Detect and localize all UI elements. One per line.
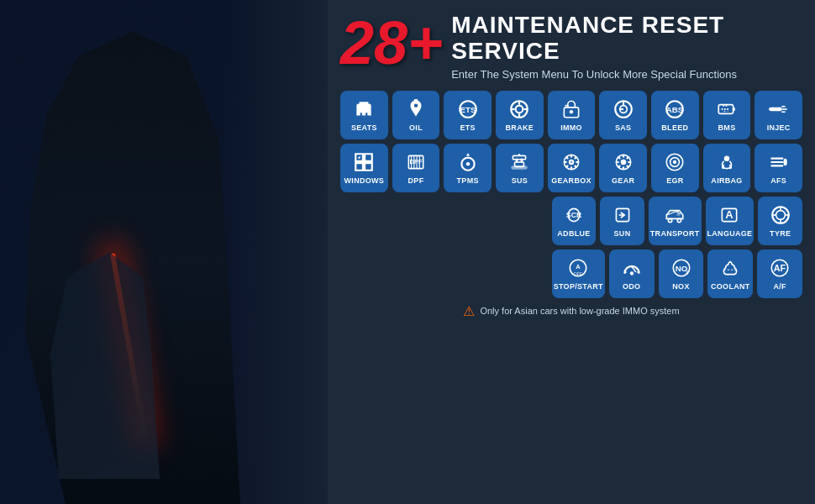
stopstart-icon: AOFF	[566, 256, 590, 280]
icon-seats[interactable]: SEATS	[340, 91, 388, 139]
svg-line-30	[359, 157, 360, 159]
icon-language[interactable]: A LANGUAGE	[706, 197, 755, 245]
icon-airbag[interactable]: AIRBAG	[703, 144, 751, 192]
injec-icon	[767, 97, 791, 121]
icon-dpf[interactable]: DPF DPF	[392, 144, 440, 192]
icon-sus[interactable]: SUS	[496, 144, 544, 192]
sus-label: SUS	[512, 176, 528, 185]
sun-icon	[611, 203, 634, 227]
svg-rect-0	[414, 99, 418, 102]
main-panel: 28+ MAINTENANCE RESET SERVICE Enter The …	[328, 0, 815, 504]
notice-text: Only for Asian cars with low-grade IMMO …	[480, 306, 679, 316]
language-icon: A	[718, 203, 741, 227]
svg-text:A: A	[576, 263, 581, 270]
oil-icon	[404, 97, 428, 121]
svg-text:SCR: SCR	[566, 211, 582, 219]
brake-icon	[507, 97, 531, 121]
row-2: WINDOWS DPF DPF TPMS SUS	[340, 144, 802, 192]
odo-icon	[620, 256, 644, 280]
svg-point-63	[677, 218, 681, 222]
sub-title: Enter The System Menu To Unlock More Spe…	[451, 68, 802, 81]
icon-ets[interactable]: ETS ETS	[444, 91, 492, 139]
icon-af[interactable]: AF A/F	[757, 249, 802, 298]
svg-point-50	[673, 160, 676, 164]
svg-point-77	[630, 271, 634, 275]
af-icon: AF	[768, 256, 791, 280]
row-3-wrapper: SCR ADBLUE SUN TRANSPORT A LANG	[340, 197, 802, 245]
nox-icon: NOx	[670, 256, 693, 280]
svg-rect-40	[515, 162, 524, 166]
svg-point-38	[465, 162, 469, 165]
icon-gearbox[interactable]: ! GEARBOX	[548, 144, 596, 192]
afs-label: AFS	[770, 176, 786, 185]
seat-icon	[352, 97, 376, 121]
svg-point-51	[724, 156, 730, 162]
svg-point-29	[769, 108, 772, 111]
airbag-label: AIRBAG	[711, 176, 742, 185]
bleed-label: BLEED	[661, 123, 688, 132]
icon-stopstart[interactable]: AOFF STOP/START	[552, 249, 605, 298]
windows-icon	[352, 150, 376, 174]
brake-label: BRAKE	[506, 123, 534, 132]
svg-text:DPF: DPF	[409, 158, 423, 165]
svg-point-62	[669, 218, 672, 222]
ets-icon: ETS	[456, 97, 480, 121]
icon-windows[interactable]: WINDOWS	[340, 144, 388, 192]
row-4-wrapper: AOFF STOP/START ODO NOx NOx COO	[340, 249, 802, 298]
transport-label: TRANSPORT	[650, 229, 700, 238]
tpms-icon	[456, 150, 480, 174]
oil-label: OIL	[409, 123, 423, 132]
svg-rect-18	[734, 108, 735, 111]
icon-injec[interactable]: INJEC	[755, 91, 802, 139]
icon-brake[interactable]: BRAKE	[496, 91, 544, 139]
icon-gear[interactable]: GEAR	[599, 144, 647, 192]
icon-odo[interactable]: ODO	[609, 249, 655, 298]
background	[0, 0, 378, 504]
main-title: MAINTENANCE RESET SERVICE	[451, 13, 802, 65]
icon-oil[interactable]: OIL	[392, 91, 440, 139]
row-1: SEATS OIL ETS ETS BRAKE	[340, 91, 802, 139]
header: 28+ MAINTENANCE RESET SERVICE Enter The …	[340, 13, 802, 81]
icon-tpms[interactable]: TPMS	[444, 144, 492, 192]
icon-nox[interactable]: NOx NOx	[659, 249, 704, 298]
immo-icon	[560, 97, 583, 121]
svg-point-53	[729, 166, 732, 169]
bms-label: BMS	[718, 123, 736, 132]
icon-egr[interactable]: EGR	[651, 144, 699, 192]
header-text: MAINTENANCE RESET SERVICE Enter The Syst…	[451, 13, 802, 81]
icons-container: SEATS OIL ETS ETS BRAKE	[340, 91, 802, 298]
af-label: A/F	[773, 282, 786, 291]
immo-label: IMMO	[560, 123, 582, 132]
sus-icon	[507, 150, 531, 174]
icon-sun[interactable]: SUN	[600, 197, 644, 245]
icon-coolant[interactable]: COOLANT	[707, 249, 753, 298]
egr-icon	[663, 150, 686, 174]
footer-notice: ⚠ Only for Asian cars with low-grade IMM…	[340, 303, 802, 319]
icon-adblue[interactable]: SCR ADBLUE	[552, 197, 597, 245]
icon-tyre[interactable]: TYRE	[758, 197, 802, 245]
icon-bleed[interactable]: ABS BLEED	[651, 91, 699, 139]
stopstart-label: STOP/START	[554, 282, 603, 291]
adblue-label: ADBLUE	[557, 229, 590, 238]
icon-immo[interactable]: IMMO	[548, 91, 596, 139]
icon-afs[interactable]: AFS	[755, 144, 802, 192]
windows-label: WINDOWS	[344, 176, 385, 185]
svg-point-4	[516, 106, 523, 113]
icon-sas[interactable]: SAS	[599, 91, 647, 139]
ets-label: ETS	[460, 123, 475, 132]
svg-point-47	[620, 160, 626, 165]
svg-text:ABS: ABS	[666, 105, 684, 114]
svg-text:A: A	[726, 208, 734, 221]
coolant-label: COOLANT	[711, 282, 750, 291]
tyre-label: TYRE	[770, 229, 791, 238]
warning-triangle-icon: ⚠	[463, 303, 475, 319]
svg-text:OFF: OFF	[574, 271, 584, 276]
gearbox-icon: !	[560, 150, 583, 174]
svg-point-10	[570, 110, 573, 113]
adblue-icon: SCR	[562, 203, 586, 227]
icon-bms[interactable]: + - BMS	[703, 91, 751, 139]
bleed-icon: ABS	[663, 97, 686, 121]
nox-label: NOx	[672, 282, 689, 291]
icon-transport[interactable]: TRANSPORT	[649, 197, 702, 245]
svg-rect-41	[513, 156, 526, 160]
